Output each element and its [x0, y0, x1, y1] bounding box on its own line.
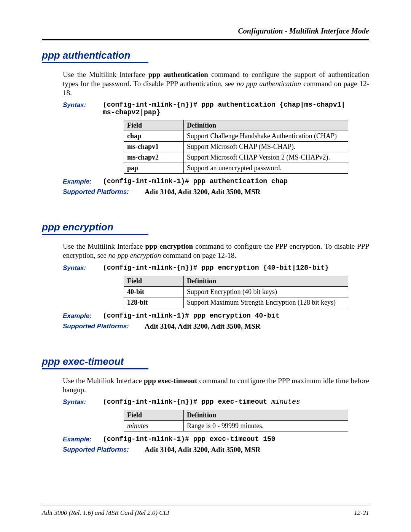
cell-definition: Support Microsoft CHAP Version 2 (MS-CHA…: [184, 152, 348, 163]
cell-definition: Support an unencrypted password.: [184, 163, 348, 174]
cell-definition: Support Maximum Strength Encryption (128…: [184, 297, 348, 308]
example-code: (config-int-mlink-1)# ppp encryption 40-…: [103, 312, 279, 320]
cross-ref: no ppp encryption: [108, 251, 161, 259]
table-row: minutes Range is 0 - 99999 minutes.: [124, 421, 348, 431]
syntax-label: Syntax:: [63, 264, 103, 272]
cell-field: ms-chapv2: [124, 152, 184, 163]
platforms-label: Supported Platforms:: [63, 446, 145, 454]
platforms-row: Supported Platforms: Adit 3104, Adit 320…: [63, 188, 369, 196]
example-label: Example:: [63, 435, 103, 443]
section-ppp-exec-timeout: ppp exec-timeout Use the Multilink Inter…: [42, 356, 369, 454]
definition-table: Field Definition 40-bit Support Encrypti…: [124, 276, 348, 308]
cell-field: pap: [124, 163, 184, 174]
title-underline: [42, 62, 148, 63]
cell-field: ms-chapv1: [124, 142, 184, 152]
cell-field: 40-bit: [124, 286, 184, 297]
command-name: ppp exec-timeout: [144, 377, 197, 385]
command-name: ppp authentication: [148, 70, 208, 78]
platforms-value: Adit 3104, Adit 3200, Adit 3500, MSR: [145, 188, 261, 196]
syntax-code: (config-int-mlink-{n})# ppp encryption {…: [103, 264, 329, 272]
intro-paragraph: Use the Multilink Interface ppp encrypti…: [63, 242, 369, 260]
section-body: Use the Multilink Interface ppp authenti…: [63, 70, 369, 196]
example-row: Example: (config-int-mlink-1)# ppp encry…: [63, 312, 369, 320]
table-row: ms-chapv1 Support Microsoft CHAP (MS-CHA…: [124, 142, 348, 152]
example-row: Example: (config-int-mlink-1)# ppp exec-…: [63, 435, 369, 443]
th-field: Field: [124, 276, 184, 286]
example-label: Example:: [63, 312, 103, 320]
running-header: Configuration - Multilink Interface Mode: [42, 27, 369, 35]
example-label: Example:: [63, 177, 103, 185]
page-footer: Adit 3000 (Rel. 1.6) and MSR Card (Rel 2…: [42, 509, 369, 517]
syntax-label: Syntax:: [63, 101, 103, 116]
title-underline: [42, 368, 148, 369]
footer-rule: [42, 505, 369, 505]
footer-page-number: 12-21: [354, 509, 369, 517]
th-definition: Definition: [184, 276, 348, 286]
table-row: 128-bit Support Maximum Strength Encrypt…: [124, 297, 348, 308]
header-rule: [42, 39, 369, 40]
table-header-row: Field Definition: [124, 120, 348, 131]
text: Use the Multilink Interface: [63, 70, 148, 78]
th-definition: Definition: [184, 410, 348, 421]
th-field: Field: [124, 120, 184, 131]
platforms-label: Supported Platforms:: [63, 188, 145, 196]
cross-ref: no ppp authentication: [237, 80, 301, 88]
footer-left: Adit 3000 (Rel. 1.6) and MSR Card (Rel 2…: [42, 509, 169, 517]
table-header-row: Field Definition: [124, 276, 348, 286]
syntax-row: Syntax: (config-int-mlink-{n})# ppp exec…: [63, 398, 369, 406]
platforms-row: Supported Platforms: Adit 3104, Adit 320…: [63, 446, 369, 454]
definition-table: Field Definition chap Support Challenge …: [124, 120, 348, 174]
example-code: (config-int-mlink-1)# ppp exec-timeout 1…: [103, 435, 276, 443]
table-row: chap Support Challenge Handshake Authent…: [124, 131, 348, 142]
platforms-value: Adit 3104, Adit 3200, Adit 3500, MSR: [145, 322, 261, 331]
text: Use the Multilink Interface: [63, 242, 145, 250]
text: command on page 12-18.: [161, 251, 236, 259]
intro-paragraph: Use the Multilink Interface ppp authenti…: [63, 70, 369, 97]
platforms-value: Adit 3104, Adit 3200, Adit 3500, MSR: [145, 446, 261, 454]
definition-table: Field Definition minutes Range is 0 - 99…: [124, 410, 348, 431]
section-ppp-authentication: ppp authentication Use the Multilink Int…: [42, 50, 369, 196]
syntax-label: Syntax:: [63, 398, 103, 406]
cell-definition: Range is 0 - 99999 minutes.: [184, 421, 348, 431]
text: Use the Multilink Interface: [63, 377, 144, 385]
example-code: (config-int-mlink-1)# ppp authentication…: [103, 177, 288, 185]
cell-definition: Support Challenge Handshake Authenticati…: [184, 131, 348, 142]
section-title: ppp exec-timeout: [42, 356, 369, 367]
table-header-row: Field Definition: [124, 410, 348, 421]
syntax-row: Syntax: (config-int-mlink-{n})# ppp encr…: [63, 264, 369, 272]
section-title: ppp encryption: [42, 221, 369, 233]
section-title: ppp authentication: [42, 50, 369, 61]
section-ppp-encryption: ppp encryption Use the Multilink Interfa…: [42, 221, 369, 331]
cell-field: 128-bit: [124, 297, 184, 308]
platforms-row: Supported Platforms: Adit 3104, Adit 320…: [63, 322, 369, 331]
syntax-code: (config-int-mlink-{n})# ppp authenticati…: [103, 101, 345, 116]
table-row: 40-bit Support Encryption (40 bit keys): [124, 286, 348, 297]
th-field: Field: [124, 410, 184, 421]
section-body: Use the Multilink Interface ppp encrypti…: [63, 242, 369, 331]
table-row: ms-chapv2 Support Microsoft CHAP Version…: [124, 152, 348, 163]
table-row: pap Support an unencrypted password.: [124, 163, 348, 174]
syntax-row: Syntax: (config-int-mlink-{n})# ppp auth…: [63, 101, 369, 116]
platforms-label: Supported Platforms:: [63, 322, 145, 331]
title-underline: [42, 234, 148, 235]
th-definition: Definition: [184, 120, 348, 131]
command-name: ppp encryption: [145, 242, 193, 250]
page: Configuration - Multilink Interface Mode…: [0, 0, 411, 532]
cell-field: chap: [124, 131, 184, 142]
syntax-code: (config-int-mlink-{n})# ppp exec-timeout…: [103, 398, 300, 406]
cell-definition: Support Microsoft CHAP (MS-CHAP).: [184, 142, 348, 152]
cell-field: minutes: [124, 421, 184, 431]
intro-paragraph: Use the Multilink Interface ppp exec-tim…: [63, 376, 369, 395]
cell-definition: Support Encryption (40 bit keys): [184, 286, 348, 297]
example-row: Example: (config-int-mlink-1)# ppp authe…: [63, 177, 369, 185]
section-body: Use the Multilink Interface ppp exec-tim…: [63, 376, 369, 454]
